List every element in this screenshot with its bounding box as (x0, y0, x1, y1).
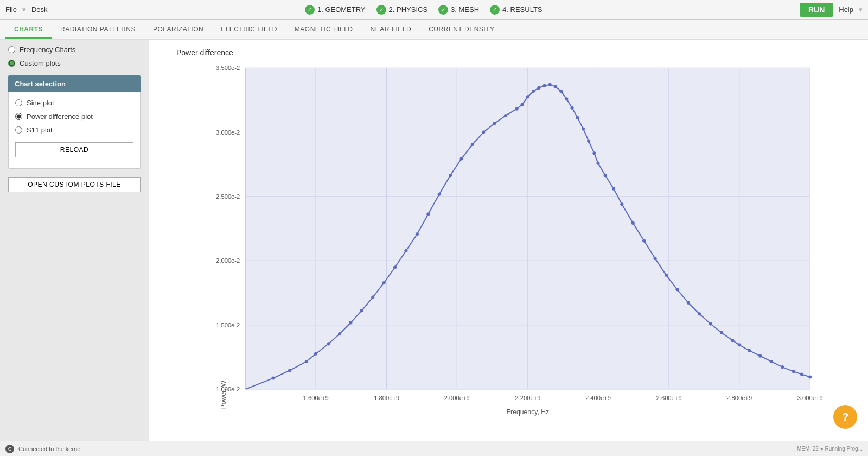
svg-point-51 (493, 122, 496, 125)
tab-polarization[interactable]: POLARIZATION (144, 21, 212, 39)
svg-point-48 (459, 157, 463, 160)
svg-point-37 (338, 332, 341, 335)
svg-point-72 (631, 221, 635, 225)
svg-text:3.000e-2: 3.000e-2 (216, 129, 240, 136)
svg-point-71 (620, 202, 623, 206)
tab-charts[interactable]: CHARTS (5, 21, 52, 39)
radio-custom-plots-input[interactable] (8, 60, 15, 67)
topbar-steps: ✓ 1. GEOMETRY ✓ 2. PHYSICS ✓ 3. MESH ✓ 4… (59, 5, 789, 15)
tab-radiation-patterns[interactable]: RADIATION PATTERNS (52, 21, 144, 39)
statusbar: C Connected to the kernel MEM: 22 ● Runn… (0, 441, 868, 456)
chart-selection-body: Sine plot Power difference plot S11 plot… (8, 92, 141, 169)
radio-sine-plot-input[interactable] (15, 99, 22, 106)
svg-point-79 (709, 322, 712, 326)
svg-text:2.800e+9: 2.800e+9 (726, 395, 752, 401)
run-button[interactable]: RUN (800, 3, 833, 17)
svg-text:Power, W: Power, W (220, 381, 227, 409)
radio-s11-plot-label: S11 plot (27, 126, 53, 134)
kernel-status-icon: C (5, 445, 14, 453)
svg-point-75 (665, 274, 668, 277)
svg-point-67 (592, 151, 596, 155)
svg-text:2.000e+9: 2.000e+9 (444, 395, 470, 401)
step-geometry[interactable]: ✓ 1. GEOMETRY (305, 5, 366, 15)
svg-point-86 (781, 365, 784, 369)
help-menu[interactable]: Help (839, 5, 853, 14)
connection-status: Connected to the kernel (18, 446, 82, 452)
help-fab-button[interactable]: ? (833, 405, 857, 429)
step-physics-check: ✓ (376, 5, 386, 15)
svg-text:2.200e+9: 2.200e+9 (515, 395, 540, 401)
svg-text:3.000e+9: 3.000e+9 (797, 395, 823, 401)
svg-text:2.500e-2: 2.500e-2 (216, 193, 240, 200)
step-results-label: 4. RESULTS (502, 5, 542, 14)
svg-point-82 (738, 343, 741, 346)
svg-point-39 (360, 309, 363, 312)
svg-point-63 (570, 106, 573, 110)
radio-power-difference[interactable]: Power difference plot (15, 112, 133, 121)
radio-custom-plots[interactable]: Custom plots (8, 59, 141, 67)
svg-point-65 (582, 127, 585, 130)
svg-point-85 (770, 360, 773, 363)
radio-frequency-charts-input[interactable] (8, 46, 15, 53)
radio-power-difference-input[interactable] (15, 113, 22, 120)
open-custom-plots-button[interactable]: OPEN CUSTOM PLOTS FILE (8, 177, 141, 192)
svg-point-81 (731, 339, 734, 342)
sidebar: Frequency Charts Custom plots Chart sele… (0, 40, 149, 441)
svg-point-34 (305, 360, 308, 363)
svg-point-47 (449, 174, 452, 177)
svg-text:3.500e-2: 3.500e-2 (216, 65, 240, 71)
svg-point-42 (393, 265, 397, 269)
svg-point-66 (587, 140, 590, 143)
svg-point-74 (654, 257, 657, 260)
svg-point-73 (642, 239, 646, 242)
topbar-right: RUN Help ▾ (800, 3, 863, 17)
svg-point-35 (314, 352, 317, 356)
svg-point-57 (537, 86, 540, 90)
file-menu[interactable]: File (5, 5, 17, 14)
step-mesh-check: ✓ (438, 5, 448, 15)
chart-selection-header: Chart selection (8, 75, 141, 92)
svg-point-68 (596, 162, 599, 165)
svg-point-59 (548, 83, 552, 86)
svg-point-44 (416, 232, 419, 236)
svg-point-55 (526, 95, 529, 98)
step-physics-label: 2. PHYSICS (389, 5, 428, 14)
svg-text:1.500e-2: 1.500e-2 (216, 322, 240, 328)
svg-point-46 (438, 193, 441, 196)
svg-point-36 (327, 342, 330, 345)
step-geometry-check: ✓ (305, 5, 315, 15)
tab-near-field[interactable]: NEAR FIELD (362, 21, 420, 39)
radio-s11-plot-input[interactable] (15, 126, 22, 134)
svg-point-77 (687, 301, 690, 305)
svg-point-80 (720, 331, 723, 334)
radio-s11-plot[interactable]: S11 plot (15, 126, 133, 134)
step-mesh[interactable]: ✓ 3. MESH (438, 5, 479, 15)
svg-point-78 (698, 312, 701, 315)
radio-sine-plot-label: Sine plot (27, 99, 54, 107)
svg-point-33 (288, 369, 291, 372)
desk-menu[interactable]: Desk (31, 5, 48, 14)
svg-point-52 (504, 114, 507, 117)
svg-point-58 (542, 84, 546, 87)
main: Frequency Charts Custom plots Chart sele… (0, 40, 868, 441)
svg-text:1.800e+9: 1.800e+9 (374, 395, 399, 401)
radio-custom-plots-label: Custom plots (20, 59, 61, 67)
svg-point-49 (471, 143, 474, 146)
plotarea: Power difference (149, 40, 868, 441)
tab-electric-field[interactable]: ELECTRIC FIELD (212, 21, 286, 39)
reload-button[interactable]: RELOAD (15, 142, 133, 157)
tab-magnetic-field[interactable]: MAGNETIC FIELD (286, 21, 362, 39)
svg-point-41 (382, 281, 386, 284)
svg-text:2.400e+9: 2.400e+9 (585, 395, 611, 401)
radio-sine-plot[interactable]: Sine plot (15, 99, 133, 107)
tab-current-density[interactable]: CURRENT DENSITY (420, 21, 503, 39)
step-physics[interactable]: ✓ 2. PHYSICS (376, 5, 428, 15)
svg-point-64 (576, 116, 579, 119)
step-results-check: ✓ (490, 5, 500, 15)
step-results[interactable]: ✓ 4. RESULTS (490, 5, 542, 15)
plot-title: Power difference (176, 48, 857, 57)
svg-point-84 (758, 354, 762, 358)
radio-power-difference-label: Power difference plot (27, 112, 93, 121)
step-mesh-label: 3. MESH (451, 5, 479, 14)
radio-frequency-charts[interactable]: Frequency Charts (8, 46, 141, 54)
